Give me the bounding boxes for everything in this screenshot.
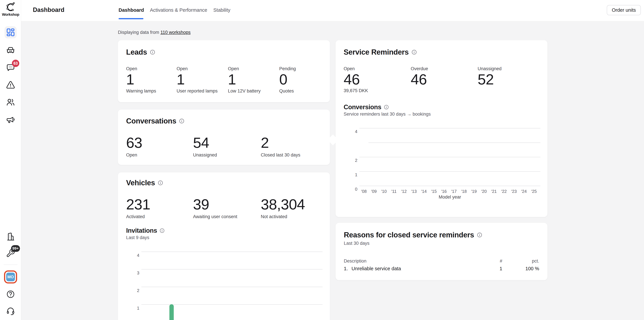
x-tick-label: '25 bbox=[528, 189, 540, 194]
metric-status: Open bbox=[344, 66, 394, 71]
leads-metric-low-battery: Open 1 Low 12V battery bbox=[228, 66, 278, 94]
y-tick-label: 0 bbox=[336, 187, 358, 192]
metric-label: Quotes bbox=[279, 88, 330, 94]
x-tick-label: '16 bbox=[438, 189, 450, 194]
x-tick-label: '19 bbox=[468, 189, 480, 194]
headset-icon bbox=[6, 307, 15, 316]
leads-metric-warning-lamps: Open 1 Warning lamps bbox=[126, 66, 176, 94]
megaphone-icon bbox=[6, 115, 15, 124]
sidebar-item-workshop[interactable] bbox=[4, 231, 16, 243]
sidebar-item-help[interactable] bbox=[4, 288, 16, 300]
metric-label: User reported lamps bbox=[176, 88, 227, 94]
gridline bbox=[360, 157, 540, 157]
x-tick-label: '11 bbox=[388, 189, 400, 194]
vehicles-title: Vehicles bbox=[126, 179, 155, 187]
metric-label: Unassigned bbox=[193, 152, 257, 158]
y-tick-label: 3 bbox=[118, 270, 139, 276]
table-row-count: 1 bbox=[500, 266, 502, 272]
sidebar-divider bbox=[4, 265, 18, 265]
tab-stability[interactable]: Stability bbox=[213, 7, 230, 13]
info-icon[interactable] bbox=[179, 118, 184, 124]
x-axis-title: Model year bbox=[360, 195, 540, 200]
vehicles-metric-activated: 231 Activated bbox=[126, 196, 190, 219]
gridline bbox=[142, 304, 322, 305]
sidebar-item-vehicles[interactable] bbox=[4, 44, 16, 56]
gridline bbox=[360, 171, 540, 172]
gridline bbox=[142, 287, 322, 287]
y-tick-label: 4 bbox=[118, 253, 139, 258]
tab-dashboard[interactable]: Dashboard bbox=[118, 7, 144, 13]
alert-triangle-icon bbox=[6, 80, 15, 90]
metric-status: Unassigned bbox=[478, 66, 528, 71]
sidebar-item-customers[interactable] bbox=[4, 96, 16, 108]
leads-title: Leads bbox=[126, 48, 147, 56]
table-row-description: Unreliable service data bbox=[352, 266, 401, 272]
car-icon bbox=[6, 45, 15, 55]
service-metric-unassigned: Unassigned 52 bbox=[478, 66, 528, 87]
invitation-bar bbox=[170, 304, 174, 320]
x-tick-label: '13 bbox=[408, 189, 420, 194]
info-icon[interactable] bbox=[158, 180, 163, 186]
conversions-title: Conversions bbox=[344, 103, 381, 111]
leads-card: Leads Open 1 Warning lamps Open 1 User r… bbox=[118, 40, 330, 102]
conversions-subtitle: Service reminders last 30 days → booking… bbox=[344, 112, 431, 117]
metric-label: Open bbox=[126, 152, 190, 158]
info-icon[interactable] bbox=[384, 105, 389, 110]
info-icon[interactable] bbox=[477, 232, 482, 238]
conversations-metric-open: 63 Open bbox=[126, 135, 190, 158]
help-circle-icon bbox=[6, 290, 15, 299]
header: Dashboard Dashboard Activations & Perfor… bbox=[21, 0, 644, 21]
sidebar-item-tools[interactable]: 99+ bbox=[4, 247, 16, 259]
conversations-card: Conversations 63 Open 54 Unassigned 2 Cl… bbox=[118, 110, 330, 165]
building-icon bbox=[6, 232, 15, 241]
metric-value: 1 bbox=[126, 72, 176, 87]
service-amount: 39,675 DKK bbox=[344, 88, 368, 93]
y-tick-label: 1 bbox=[118, 306, 139, 311]
order-units-button[interactable]: Order units bbox=[607, 5, 641, 15]
conversations-metric-closed: 2 Closed last 30 days bbox=[261, 135, 324, 158]
sidebar-item-conversations[interactable]: 63 bbox=[4, 61, 16, 73]
vehicles-metric-awaiting-consent: 39 Awaiting user consent bbox=[193, 196, 257, 219]
sidebar-item-campaigns[interactable] bbox=[4, 113, 16, 125]
info-icon[interactable] bbox=[150, 49, 155, 55]
workshops-count-link[interactable]: 110 workshops bbox=[160, 30, 191, 35]
tab-activations-performance[interactable]: Activations & Performance bbox=[150, 7, 207, 13]
service-reminders-title: Service Reminders bbox=[344, 48, 409, 56]
metric-value: 231 bbox=[126, 197, 190, 212]
metric-label: Closed last 30 days bbox=[261, 152, 324, 158]
info-prefix: Displaying data from bbox=[118, 30, 159, 35]
dashboard-grid-icon bbox=[6, 28, 15, 37]
service-metric-open: Open 46 bbox=[344, 66, 394, 87]
gridline bbox=[142, 252, 322, 252]
metric-value: 0 bbox=[279, 72, 330, 87]
x-tick-label: '18 bbox=[458, 189, 470, 194]
app-name: Workshop bbox=[0, 12, 21, 17]
x-tick-label: '15 bbox=[428, 189, 440, 194]
y-tick-label: 1 bbox=[336, 172, 358, 177]
reasons-title: Reasons for closed service reminders bbox=[344, 231, 474, 239]
x-tick-label: '10 bbox=[378, 189, 390, 194]
user-avatar[interactable]: MO bbox=[4, 270, 17, 284]
metric-status: Open bbox=[176, 66, 227, 71]
metric-label: Awaiting user consent bbox=[193, 214, 257, 219]
metric-value: 39 bbox=[193, 197, 257, 212]
sidebar-item-support[interactable] bbox=[4, 305, 16, 317]
connected-c-logo-icon bbox=[5, 2, 16, 12]
avatar-initials: MO bbox=[6, 273, 15, 281]
metric-value: 46 bbox=[344, 72, 394, 87]
metric-label: Low 12V battery bbox=[228, 88, 278, 94]
sidebar-item-alerts[interactable] bbox=[4, 79, 16, 91]
x-tick-label: '24 bbox=[518, 189, 530, 194]
info-icon[interactable] bbox=[160, 228, 165, 233]
vehicles-card: Vehicles 231 Activated 39 Awaiting user … bbox=[118, 172, 330, 320]
table-row-pct: 100 % bbox=[526, 266, 539, 272]
table-row-index: 1. bbox=[344, 266, 348, 272]
app-logo[interactable]: Workshop bbox=[0, 2, 21, 17]
y-tick-label: 2 bbox=[118, 288, 139, 293]
gridline bbox=[360, 186, 540, 186]
users-icon bbox=[6, 97, 15, 107]
info-icon[interactable] bbox=[412, 49, 417, 55]
sidebar-item-dashboard[interactable] bbox=[4, 26, 16, 38]
conversations-badge: 63 bbox=[12, 60, 19, 67]
x-tick-label: '22 bbox=[498, 189, 510, 194]
